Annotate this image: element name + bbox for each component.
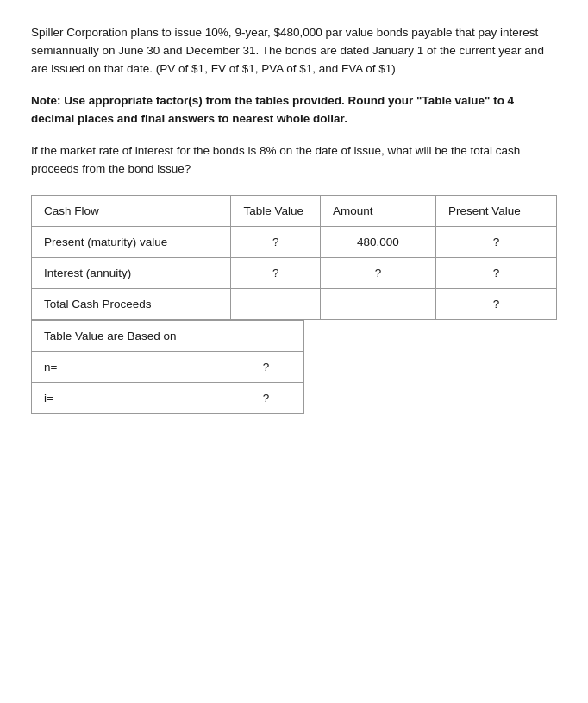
intro-paragraph: Spiller Corporation plans to issue 10%, … — [31, 24, 557, 78]
presentvalue-annuity: ? — [435, 258, 556, 289]
presentvalue-maturity: ? — [435, 227, 556, 258]
presentvalue-total: ? — [435, 289, 556, 320]
tablevalue-total — [231, 289, 321, 320]
tablevalue-maturity: ? — [231, 227, 321, 258]
header-amount: Amount — [320, 196, 435, 227]
i-value: ? — [228, 383, 304, 414]
main-table: Cash Flow Table Value Amount Present Val… — [31, 195, 557, 320]
header-tablevalue: Table Value — [231, 196, 321, 227]
bottom-header-row: Table Value are Based on — [32, 321, 304, 352]
table-row: Total Cash Proceeds ? — [32, 289, 557, 320]
header-cashflow: Cash Flow — [32, 196, 231, 227]
header-presentvalue: Present Value — [435, 196, 556, 227]
bottom-label: Table Value are Based on — [32, 321, 304, 352]
table-row: Interest (annuity) ? ? ? — [32, 258, 557, 289]
n-label: n= — [32, 352, 228, 383]
tablevalue-annuity: ? — [231, 258, 321, 289]
question-paragraph: If the market rate of interest for the b… — [31, 142, 557, 179]
amount-annuity: ? — [320, 258, 435, 289]
note-paragraph: Note: Use appropriate factor(s) from the… — [31, 92, 557, 129]
amount-maturity: 480,000 — [320, 227, 435, 258]
bottom-table: Table Value are Based on n= ? i= ? — [31, 320, 304, 414]
i-label: i= — [32, 383, 228, 414]
table-row: Present (maturity) value ? 480,000 ? — [32, 227, 557, 258]
cashflow-maturity: Present (maturity) value — [32, 227, 231, 258]
bottom-row-n: n= ? — [32, 352, 304, 383]
n-value: ? — [228, 352, 304, 383]
cashflow-total: Total Cash Proceeds — [32, 289, 231, 320]
bottom-row-i: i= ? — [32, 383, 304, 414]
cashflow-annuity: Interest (annuity) — [32, 258, 231, 289]
amount-total — [320, 289, 435, 320]
